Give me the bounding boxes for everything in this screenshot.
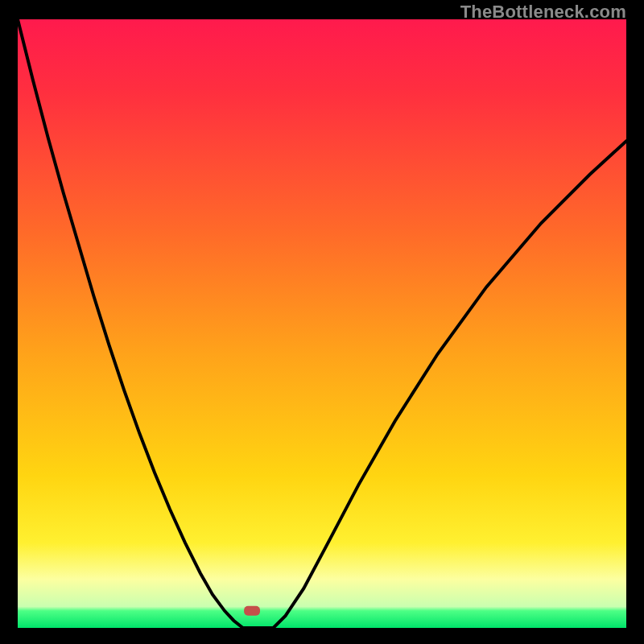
chart-plot xyxy=(18,19,626,628)
minimum-marker xyxy=(244,606,260,616)
gradient-area xyxy=(18,19,626,628)
outer-frame: TheBottleneck.com xyxy=(0,0,644,644)
